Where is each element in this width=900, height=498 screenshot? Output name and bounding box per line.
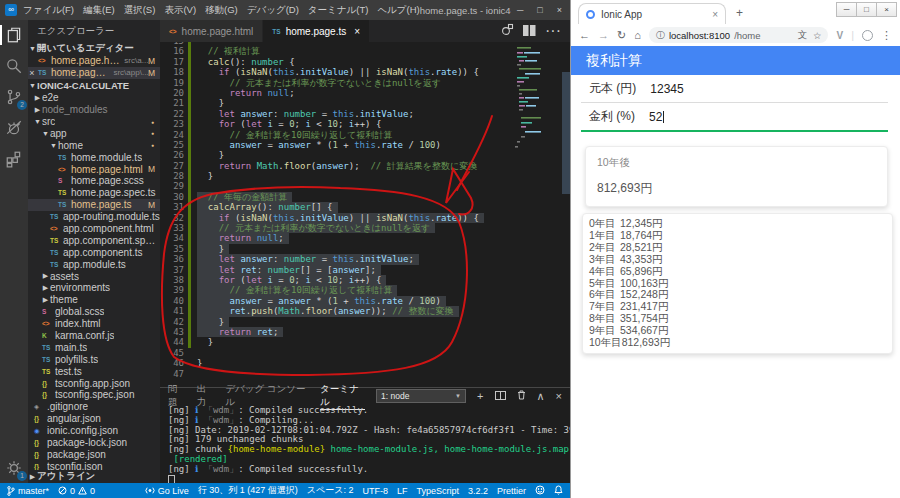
more-actions-icon[interactable]: ··· [545, 22, 561, 40]
language-mode[interactable]: TypeScript [416, 486, 459, 496]
tree-item[interactable]: TShome.page.spec.ts [28, 187, 160, 199]
bookmark-star-icon[interactable]: ☆ [813, 30, 822, 41]
tree-item[interactable]: Shome.page.scss [28, 175, 160, 187]
code-line[interactable]: 33 // 元本または利率が数字でないときはnullを返す [160, 223, 570, 233]
outline-header[interactable]: ▶ アウトライン [28, 470, 160, 483]
open-editor-item[interactable]: ×TShome.page.tssrc\app\...M [28, 67, 160, 79]
maximize-icon[interactable]: □ [537, 5, 542, 15]
feedback-smiley-icon[interactable] [535, 485, 545, 497]
extensions-icon[interactable] [5, 150, 23, 168]
close-icon[interactable]: × [28, 68, 36, 78]
menu-item[interactable]: デバッグ(D) [247, 4, 299, 17]
tree-item[interactable]: {}package-lock.json [28, 437, 160, 449]
minimize-icon[interactable]: ─ [837, 3, 856, 16]
code-line[interactable]: 32 if (isNaN(this.initValue) || isNaN(th… [160, 213, 570, 223]
back-icon[interactable]: ← [579, 29, 590, 41]
principal-input-row[interactable]: 元本 (円) 12345 [581, 75, 888, 103]
tree-item[interactable]: {}angular.json [28, 413, 160, 425]
menu-item[interactable]: 表示(V) [164, 4, 196, 17]
code-line[interactable]: 34 return null; [160, 233, 570, 243]
tree-item[interactable]: ▶node_modules [28, 104, 160, 116]
open-editors-header[interactable]: ▼ 開いているエディター [28, 42, 160, 55]
code-line[interactable]: 35 } [160, 244, 570, 254]
workspace-header[interactable]: ▼ IONIC4-CALCULATE [28, 79, 160, 92]
tab-home-page-ts[interactable]: TS home.page.ts × [263, 20, 370, 42]
address-bar[interactable]: ⓘ localhost:8100/home 文 ☆ [649, 27, 829, 43]
code-line[interactable]: 38 for (let i = 0; i < 10; i++) { [160, 275, 570, 285]
profile-avatar[interactable] [862, 30, 873, 41]
code-line[interactable]: 30 // 年毎の金額計算 [160, 192, 570, 202]
minimap[interactable] [513, 44, 559, 164]
editor-scrollbar[interactable] [562, 72, 570, 194]
code-line[interactable]: 18 if (isNaN(this.initValue) || isNaN(th… [160, 67, 570, 77]
tree-item[interactable]: ▶theme [28, 294, 160, 306]
tree-item[interactable]: <>home.page.htmlM [28, 163, 160, 175]
tree-item[interactable]: ▼src● [28, 116, 160, 128]
code-line[interactable]: 37 let ret: number[] = [answer]; [160, 265, 570, 275]
code-line[interactable]: 42 } [160, 317, 570, 327]
tree-item[interactable]: TSapp.component.ts [28, 246, 160, 258]
problems-item[interactable]: 0 0 [58, 486, 95, 496]
tree-item[interactable]: ◉ionic.config.json [28, 425, 160, 437]
settings-gear-icon[interactable]: 1 [5, 459, 23, 477]
formatter[interactable]: Prettier [497, 486, 526, 496]
code-line[interactable]: 16 // 複利計算 [160, 46, 570, 56]
tree-item[interactable]: TShome.module.ts [28, 151, 160, 163]
tree-item[interactable]: ▶e2e [28, 92, 160, 104]
maximize-panel-icon[interactable]: ∧ [537, 391, 545, 402]
tree-item[interactable]: TSapp-routing.module.ts [28, 211, 160, 223]
site-info-icon[interactable]: ⓘ [656, 29, 665, 42]
code-line[interactable]: 31 calcArray(): number[] { [160, 202, 570, 212]
translate-icon[interactable]: 文 [797, 29, 807, 42]
rate-input-row[interactable]: 金利 (%) 52 [581, 103, 888, 132]
tree-item[interactable]: {}package.json [28, 449, 160, 461]
tree-item[interactable]: TSapp.component.spec.ts [28, 234, 160, 246]
cursor-position[interactable]: 行 30、列 1 (427 個選択) [198, 484, 298, 497]
open-changes-icon[interactable] [501, 22, 514, 40]
home-icon[interactable]: ⌂ [634, 29, 641, 41]
tree-item[interactable]: TShome.page.tsM [28, 199, 160, 211]
tree-item[interactable]: ◈.gitignore [28, 401, 160, 413]
kill-terminal-icon[interactable] [517, 390, 526, 402]
code-line[interactable]: 44 } [160, 337, 570, 347]
code-line[interactable]: 22 let answer: number = this.initValue; [160, 109, 570, 119]
code-editor[interactable]: 1516 // 複利計算17 calc(): number {18 if (is… [160, 42, 570, 387]
tree-item[interactable]: <>app.component.html [28, 223, 160, 235]
code-line[interactable]: 21 } [160, 98, 570, 108]
browser-menu-icon[interactable]: ⋮ [881, 29, 892, 42]
code-line[interactable]: 25 answer = answer * (1 + this.rate / 10… [160, 140, 570, 150]
split-editor-icon[interactable] [523, 22, 536, 40]
code-line[interactable]: 19 // 元本または利率が数字でないときはnullを返す [160, 78, 570, 88]
source-control-icon[interactable]: 2 [5, 88, 23, 106]
new-tab-icon[interactable]: + [736, 6, 743, 20]
debug-icon[interactable] [5, 119, 23, 137]
encoding[interactable]: UTF-8 [362, 486, 388, 496]
menu-item[interactable]: ファイル(F) [23, 4, 74, 17]
new-terminal-icon[interactable]: + [477, 391, 483, 402]
tree-item[interactable]: ▶assets [28, 270, 160, 282]
tree-item[interactable]: TSapp.module.ts [28, 258, 160, 270]
code-line[interactable]: 43 return ret; [160, 327, 570, 337]
notifications-bell-icon[interactable] [554, 485, 563, 497]
menu-item[interactable]: 移動(G) [205, 4, 238, 17]
tab-home-page-html[interactable]: <> home.page.html [160, 20, 263, 42]
code-line[interactable]: 45 [160, 348, 570, 358]
close-icon[interactable]: × [354, 26, 360, 37]
code-line[interactable]: 24 // 金利計算を10回繰り返して複利計算 [160, 130, 570, 140]
tree-item[interactable]: {}tsconfig.spec.json [28, 389, 160, 401]
maximize-icon[interactable]: □ [856, 3, 876, 16]
reload-icon[interactable]: ↻ [617, 29, 626, 42]
explorer-icon[interactable] [5, 26, 23, 44]
terminal-output[interactable]: [ng] ℹ 「wdm」: Compiled successfully.[ng]… [160, 404, 570, 483]
code-line[interactable]: 47 [160, 369, 570, 379]
tree-item[interactable]: {}tsconfig.app.json [28, 377, 160, 389]
tree-item[interactable]: ▼app● [28, 127, 160, 139]
tree-item[interactable]: ▼home● [28, 139, 160, 151]
code-line[interactable]: 28 } [160, 171, 570, 181]
split-terminal-icon[interactable] [495, 391, 506, 402]
search-icon[interactable] [5, 57, 23, 75]
code-line[interactable]: 26 } [160, 150, 570, 160]
code-line[interactable]: 41 ret.push(Math.floor(answer)); // 整数に変… [160, 306, 570, 316]
git-branch-item[interactable]: master* [7, 486, 49, 496]
tree-item[interactable]: Sglobal.scss [28, 306, 160, 318]
